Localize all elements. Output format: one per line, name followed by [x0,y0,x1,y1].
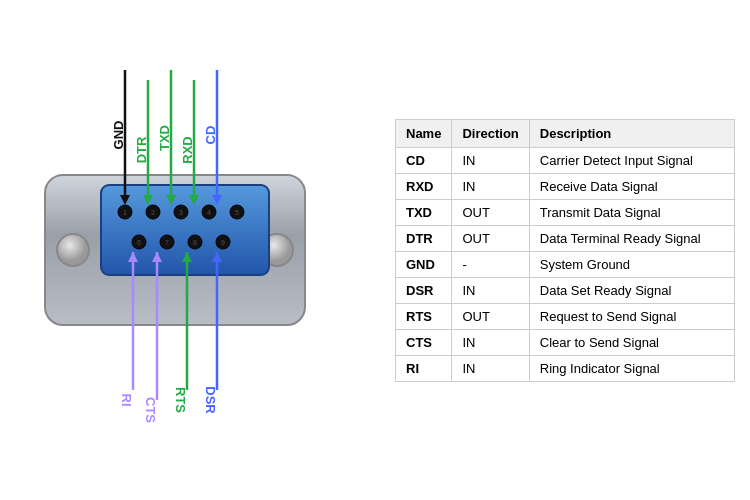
cell-desc: Data Set Ready Signal [529,277,734,303]
col-header-name: Name [396,119,452,147]
cell-desc: Clear to Send Signal [529,329,734,355]
svg-text:5: 5 [235,209,239,216]
table-row: TXD OUT Transmit Data Signal [396,199,735,225]
table-row: CTS IN Clear to Send Signal [396,329,735,355]
table-row: DTR OUT Data Terminal Ready Signal [396,225,735,251]
main-container: 1 2 3 4 5 6 7 8 9 GND DTR TXD [5,10,745,490]
svg-text:4: 4 [207,209,211,216]
table-row: RXD IN Receive Data Signal [396,173,735,199]
cell-dir: - [452,251,529,277]
svg-point-1 [57,234,89,266]
col-header-dir: Direction [452,119,529,147]
cell-dir: IN [452,329,529,355]
cell-desc: Receive Data Signal [529,173,734,199]
svg-text:8: 8 [193,239,197,246]
svg-text:9: 9 [221,239,225,246]
diagram-svg: 1 2 3 4 5 6 7 8 9 GND DTR TXD [5,20,375,480]
table-row: RI IN Ring Indicator Signal [396,355,735,381]
cell-name: RI [396,355,452,381]
table-row: DSR IN Data Set Ready Signal [396,277,735,303]
svg-text:CD: CD [203,126,218,145]
cell-name: CD [396,147,452,173]
cell-name: RTS [396,303,452,329]
svg-text:3: 3 [179,209,183,216]
cell-dir: IN [452,355,529,381]
signal-table-wrap: Name Direction Description CD IN Carrier… [395,10,745,490]
table-row: RTS OUT Request to Send Signal [396,303,735,329]
svg-text:6: 6 [137,239,141,246]
svg-text:RXD: RXD [180,136,195,163]
cell-desc: Request to Send Signal [529,303,734,329]
svg-text:DTR: DTR [134,136,149,163]
cell-name: DTR [396,225,452,251]
connector-diagram: 1 2 3 4 5 6 7 8 9 GND DTR TXD [5,20,375,480]
cell-name: RXD [396,173,452,199]
cell-dir: IN [452,173,529,199]
cell-name: CTS [396,329,452,355]
cell-name: TXD [396,199,452,225]
cell-desc: Transmit Data Signal [529,199,734,225]
cell-dir: OUT [452,199,529,225]
cell-name: GND [396,251,452,277]
svg-text:2: 2 [151,209,155,216]
cell-dir: OUT [452,303,529,329]
cell-dir: IN [452,277,529,303]
svg-text:7: 7 [165,239,169,246]
table-row: GND - System Ground [396,251,735,277]
cell-desc: Carrier Detect Input Signal [529,147,734,173]
signal-table: Name Direction Description CD IN Carrier… [395,119,735,382]
cell-desc: Ring Indicator Signal [529,355,734,381]
svg-text:RI: RI [119,394,134,407]
cell-desc: System Ground [529,251,734,277]
svg-text:CTS: CTS [143,397,158,423]
cell-dir: OUT [452,225,529,251]
svg-text:DSR: DSR [203,386,218,414]
svg-text:1: 1 [123,209,127,216]
table-row: CD IN Carrier Detect Input Signal [396,147,735,173]
svg-text:TXD: TXD [157,125,172,151]
cell-name: DSR [396,277,452,303]
cell-dir: IN [452,147,529,173]
cell-desc: Data Terminal Ready Signal [529,225,734,251]
svg-text:GND: GND [111,121,126,150]
col-header-desc: Description [529,119,734,147]
svg-text:RTS: RTS [173,387,188,413]
